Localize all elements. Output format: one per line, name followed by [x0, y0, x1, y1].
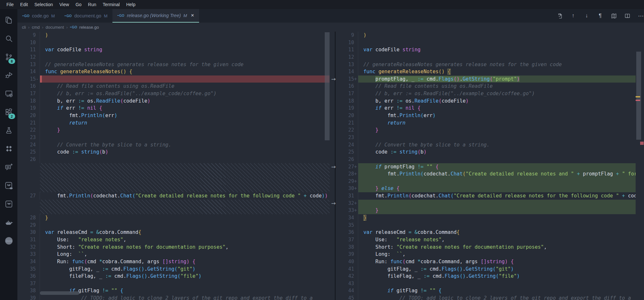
code-line[interactable]	[17, 170, 335, 178]
go-to-file-icon[interactable]	[556, 13, 563, 19]
menu-view[interactable]: View	[56, 0, 72, 9]
code-line[interactable]: 33+ }	[336, 207, 644, 214]
code-line[interactable]: 17 // b, err := os.ReadFile("../example_…	[17, 90, 335, 97]
code-line[interactable]: 40 Run: func(cmd *cobra.Command, args []…	[336, 258, 644, 265]
code-line[interactable]: 11var codeFile string	[336, 46, 644, 54]
code-line[interactable]	[17, 163, 335, 171]
horizontal-scrollbar[interactable]	[40, 291, 79, 295]
menu-file[interactable]: File	[3, 0, 17, 9]
code-line[interactable]: 42 fileFlag, _ := cmd.Flags().GetString(…	[336, 273, 644, 280]
code-line[interactable]	[17, 178, 335, 185]
revert-change-arrow-icon[interactable]: →	[329, 75, 338, 83]
code-line[interactable]: 31 Use: "release notes",	[17, 236, 335, 244]
code-line[interactable]: 15-	[17, 75, 335, 83]
code-line[interactable]	[17, 207, 335, 214]
code-line[interactable]: 39 // TODO: add logic to clone 2 layers …	[17, 295, 335, 300]
tab-code-go[interactable]: GO code.go M	[17, 9, 60, 23]
previous-change-icon[interactable]: ↑	[570, 13, 576, 19]
breadcrumb-file[interactable]: release.go	[79, 25, 99, 30]
sidebar-item-search[interactable]	[0, 30, 17, 48]
sidebar-item-terraform-cloud[interactable]	[0, 177, 17, 195]
code-line[interactable]: 38 Short: "Create release notes for docu…	[336, 244, 644, 251]
code-line[interactable]: 32+	[336, 200, 644, 207]
sidebar-item-chat[interactable]	[0, 159, 17, 177]
diff-modified-pane[interactable]: 9)1011var codeFile string1213// generate…	[336, 32, 644, 300]
code-line[interactable]: 10	[336, 39, 644, 46]
code-line[interactable]: 25 code := string(b)	[17, 148, 335, 156]
code-line[interactable]: 15+ promptFlag, _ := cmd.Flags().GetStri…	[336, 75, 644, 83]
code-line[interactable]: 19 if err != nil {	[336, 105, 644, 112]
menu-selection[interactable]: Selection	[31, 0, 56, 9]
code-line[interactable]: 37	[17, 280, 335, 287]
code-line[interactable]: 22 }	[17, 126, 335, 134]
close-icon[interactable]: ×	[191, 12, 194, 19]
code-line[interactable]: 26	[17, 156, 335, 163]
sidebar-item-source-control[interactable]: 8	[0, 48, 17, 67]
menu-help[interactable]: Help	[123, 0, 139, 9]
breadcrumb-item[interactable]: document	[46, 25, 64, 30]
menu-run[interactable]: Run	[85, 0, 100, 9]
code-line[interactable]: 16 // Read file contents using os.ReadFi…	[17, 83, 335, 90]
code-line[interactable]	[17, 185, 335, 192]
split-editor-icon[interactable]	[624, 13, 630, 19]
code-line[interactable]: 20 fmt.Println(err)	[336, 112, 644, 119]
sidebar-item-diamonds-extension[interactable]	[0, 140, 17, 159]
code-line[interactable]: 34 Run: func(cmd *cobra.Command, args []…	[17, 258, 335, 265]
code-line[interactable]: 39 Long: ``,	[336, 251, 644, 258]
code-line[interactable]: 10	[17, 39, 335, 46]
code-line[interactable]: 45 // TODO: add logic to clone 2 layers …	[336, 295, 644, 300]
code-line[interactable]: 28+ fmt.Println(codechat.Chat("Create de…	[336, 170, 644, 178]
code-line[interactable]: 27 fmt.Println(codechat.Chat("Create det…	[17, 192, 335, 200]
code-line[interactable]: 30var releaseCmd = &cobra.Command{	[17, 229, 335, 236]
code-line[interactable]: 18 b, err := os.ReadFile(codeFile)	[336, 97, 644, 105]
code-line[interactable]: 14func generateReleaseNotes() {	[17, 68, 335, 75]
code-line[interactable]: 33 Long: ``,	[17, 251, 335, 258]
code-line[interactable]: 30+ } else {	[336, 185, 644, 192]
revert-change-arrow-icon[interactable]: →	[329, 163, 338, 171]
whitespace-icon[interactable]: ¶	[597, 13, 603, 19]
code-line[interactable]: 43	[336, 280, 644, 287]
code-line[interactable]: 29	[17, 222, 335, 229]
code-line[interactable]: 9)	[17, 32, 335, 39]
breadcrumb-item[interactable]: cmd	[32, 25, 40, 30]
sidebar-item-json[interactable]: Json	[0, 232, 17, 251]
menu-edit[interactable]: Edit	[17, 0, 31, 9]
code-line[interactable]: 24 // Convert the byte slice to a string…	[336, 141, 644, 149]
code-line[interactable]: 27+ if promptFlag != "" {	[336, 163, 644, 171]
more-actions-icon[interactable]: ⋯	[638, 13, 644, 19]
code-line[interactable]: 18 b, err := os.ReadFile(codeFile)	[17, 97, 335, 105]
code-line[interactable]: 36var releaseCmd = &cobra.Command{	[336, 229, 644, 236]
code-line[interactable]: 20 fmt.Println(err)	[17, 112, 335, 119]
code-line[interactable]: 24 // Convert the byte slice to a string…	[17, 141, 335, 149]
diff-original-pane[interactable]: 9)1011var codeFile string1213// generate…	[17, 32, 336, 300]
code-line[interactable]: 12	[17, 54, 335, 61]
sidebar-item-run-and-debug[interactable]	[0, 67, 17, 85]
code-line[interactable]: 26	[336, 156, 644, 163]
revert-change-arrow-icon[interactable]: →	[329, 200, 338, 207]
vertical-scrollbar[interactable]	[636, 52, 641, 140]
code-line[interactable]: 32 Short: "Create release notes for docu…	[17, 244, 335, 251]
code-line[interactable]: 17 // b, err := os.ReadFile("../example_…	[336, 90, 644, 97]
code-line[interactable]: 11var codeFile string	[17, 46, 335, 54]
code-line[interactable]: 19 if err != nil {	[17, 105, 335, 112]
next-change-icon[interactable]: ↓	[583, 13, 590, 19]
code-line[interactable]: 37 Use: "release notes",	[336, 236, 644, 244]
code-line[interactable]: 12	[336, 54, 644, 61]
tab-release-go-working-tree[interactable]: GO release.go (Working Tree) M ×	[112, 9, 199, 23]
code-line[interactable]	[17, 200, 335, 207]
sidebar-item-terraform[interactable]	[0, 195, 17, 214]
code-line[interactable]: 13// generateReleaseNotes generates rele…	[336, 61, 644, 68]
tab-document-go[interactable]: GO document.go M	[60, 9, 112, 23]
code-line[interactable]: 35	[336, 222, 644, 229]
sidebar-item-extensions[interactable]: 2	[0, 104, 17, 122]
code-line[interactable]: 28}	[17, 214, 335, 222]
code-line[interactable]: 9)	[336, 32, 644, 39]
code-line[interactable]: 14func generateReleaseNotes() {	[336, 68, 644, 75]
code-line[interactable]: 35 gitFlag, _ := cmd.Flags().GetString("…	[17, 265, 335, 273]
code-line[interactable]: 23	[336, 134, 644, 141]
vertical-scrollbar[interactable]	[325, 32, 330, 140]
code-line[interactable]: 31 fmt.Println(codechat.Chat("Create det…	[336, 192, 644, 200]
code-line[interactable]: 16 // Read file contents using os.ReadFi…	[336, 83, 644, 90]
code-line[interactable]: 34}	[336, 214, 644, 222]
code-line[interactable]: 41 gitFlag, _ := cmd.Flags().GetString("…	[336, 265, 644, 273]
